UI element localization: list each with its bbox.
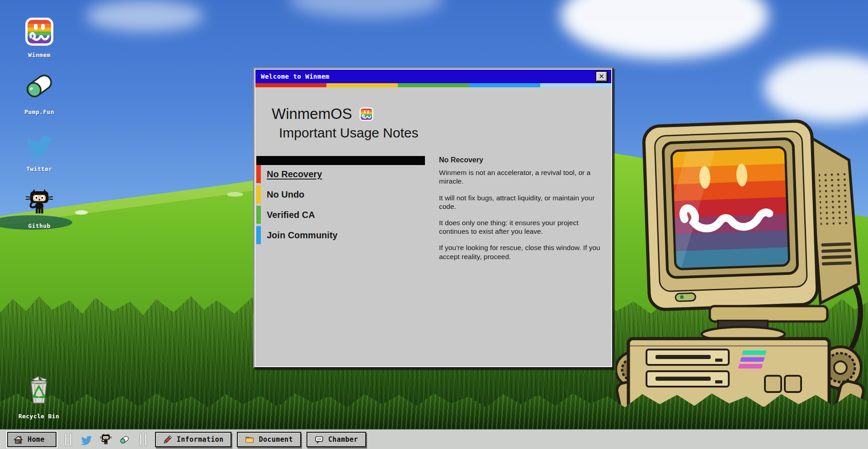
desktop-icon-pumpfun[interactable]: Pump.Fun xyxy=(22,71,57,115)
window-body: WinmemOS Important Usage Notes No Recove… xyxy=(255,87,611,366)
notes-menu: No Recovery No Undo Verified CA Joi xyxy=(256,156,425,269)
folder-icon xyxy=(245,435,254,444)
note-content: No Recovery Winmem is not an accelerator… xyxy=(439,156,610,269)
menu-item-verified-ca[interactable]: Verified CA xyxy=(256,206,425,224)
desktop-icon-label: Recycle Bin xyxy=(19,413,60,420)
desktop-icon-winmem[interactable]: Winmem xyxy=(25,14,54,58)
desktop-icon-recycle-bin[interactable]: Recycle Bin xyxy=(12,376,66,420)
pill-icon xyxy=(22,71,57,103)
recycle-bin-icon xyxy=(24,376,54,407)
twitter-icon[interactable] xyxy=(80,433,94,446)
document-button[interactable]: Document xyxy=(237,432,301,447)
titlebar-color-stripes xyxy=(255,83,611,87)
github-icon xyxy=(25,184,54,217)
twitter-icon xyxy=(24,128,54,160)
content-paragraph: It does only one thing: it ensures your … xyxy=(439,218,610,236)
desktop-icon-label: Winmem xyxy=(28,52,50,58)
content-heading: No Recovery xyxy=(439,156,610,164)
welcome-window: Welcome to Winmem ✕ WinmemOS Important U… xyxy=(253,67,613,369)
retro-computer-illustration xyxy=(616,111,868,433)
home-button[interactable]: Home xyxy=(7,432,57,447)
desktop-icon-label: Twitter xyxy=(26,165,52,172)
github-icon[interactable] xyxy=(99,433,113,446)
house-icon xyxy=(14,435,23,444)
chat-icon xyxy=(315,435,324,444)
heading-line1: WinmemOS xyxy=(272,106,352,122)
content-paragraph: It will not fix bugs, attract liquidity,… xyxy=(439,194,610,211)
desktop-icons: Winmem Pump.Fun Twitter Github xyxy=(13,14,66,229)
desktop-icon-twitter[interactable]: Twitter xyxy=(24,128,54,172)
desktop-icon-label: Pump.Fun xyxy=(24,109,54,115)
window-heading: WinmemOS Important Usage Notes xyxy=(272,106,611,140)
menu-item-no-recovery[interactable]: No Recovery xyxy=(256,165,425,183)
window-titlebar[interactable]: Welcome to Winmem ✕ xyxy=(255,70,611,83)
menu-color-bar xyxy=(256,165,261,183)
menu-color-bar xyxy=(256,226,261,244)
content-paragraph: If you’re looking for rescue, close this… xyxy=(439,243,610,260)
pencil-icon xyxy=(163,435,172,444)
taskbar-separator xyxy=(140,433,147,446)
taskbar-separator xyxy=(65,433,72,446)
winmem-icon xyxy=(25,14,54,46)
menu-item-join-community[interactable]: Join Community xyxy=(256,226,425,244)
taskbar: Home Information Document Chamber xyxy=(0,429,868,449)
menu-item-no-undo[interactable]: No Undo xyxy=(256,185,425,203)
menu-color-bar xyxy=(256,185,261,203)
content-paragraph: Winmem is not an accelerator, a revival … xyxy=(439,168,610,185)
pill-icon[interactable] xyxy=(118,433,132,446)
menu-header-bar xyxy=(256,156,425,165)
information-button[interactable]: Information xyxy=(155,432,232,447)
desktop-icon-github[interactable]: Github xyxy=(25,184,54,229)
heading-line2: Important Usage Notes xyxy=(279,126,611,140)
window-title: Welcome to Winmem xyxy=(261,73,330,80)
menu-color-bar xyxy=(256,206,261,224)
winmem-logo-icon xyxy=(359,107,373,121)
desktop: Winmem Pump.Fun Twitter Github Recycle B… xyxy=(0,0,868,449)
desktop-icon-label: Github xyxy=(28,222,50,229)
close-button[interactable]: ✕ xyxy=(595,71,608,82)
chamber-button[interactable]: Chamber xyxy=(307,432,366,447)
